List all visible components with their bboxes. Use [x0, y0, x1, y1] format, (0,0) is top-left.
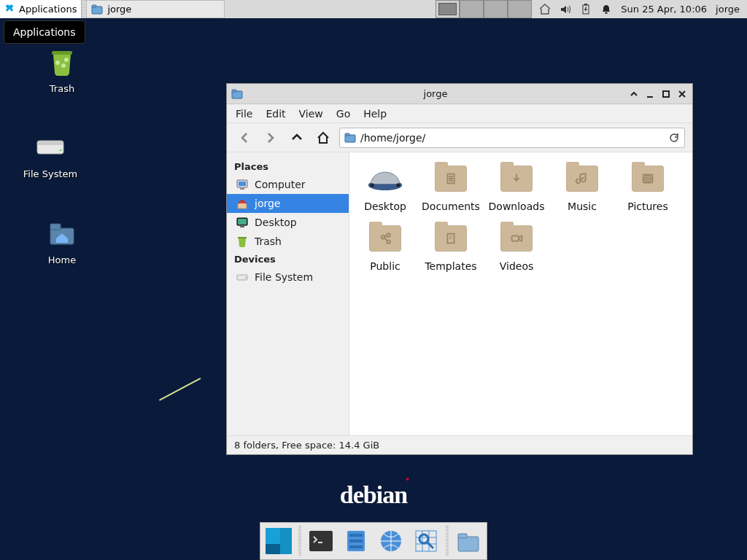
workspace-switcher[interactable] — [436, 0, 532, 18]
volume-icon[interactable] — [560, 4, 571, 15]
desktop-icon-trash[interactable]: Trash — [29, 44, 95, 94]
file-item-pictures[interactable]: Pictures — [615, 163, 681, 212]
svg-rect-9 — [37, 141, 63, 145]
svg-point-33 — [646, 177, 649, 180]
desktop-glyph — [367, 164, 403, 193]
svg-rect-4 — [52, 51, 72, 55]
dock-separator — [446, 526, 449, 556]
path-folder-icon — [344, 132, 356, 144]
svg-rect-45 — [349, 534, 363, 537]
trash-icon — [44, 44, 80, 79]
taskbar-window-button[interactable]: jorge — [86, 0, 225, 18]
sidebar: PlacesComputerjorgeDesktopTrashDevicesFi… — [227, 152, 349, 435]
file-label: Templates — [418, 260, 484, 272]
applications-menu-button[interactable]: Applications — [0, 0, 82, 18]
svg-rect-42 — [280, 528, 292, 554]
file-manager-window: jorge FileEditViewGoHelp /home/jorge/ Pl… — [226, 83, 693, 455]
svg-rect-39 — [512, 236, 519, 241]
drive-icon — [33, 129, 68, 164]
dock-terminal[interactable] — [306, 526, 336, 556]
file-item-public[interactable]: Public — [352, 222, 418, 272]
svg-rect-25 — [238, 237, 247, 238]
debian-logo: debian — [340, 481, 407, 509]
sidebar-item-jorge[interactable]: jorge — [227, 194, 349, 213]
file-item-documents[interactable]: Documents — [418, 163, 484, 212]
menu-file[interactable]: File — [236, 108, 252, 120]
home-button[interactable] — [313, 128, 333, 148]
desktop-icon-label: File System — [18, 168, 83, 179]
workspace-2[interactable] — [460, 0, 484, 18]
panel-left: Applications jorge — [0, 0, 225, 18]
maximize-button[interactable] — [660, 88, 672, 100]
xfce-logo-icon — [4, 4, 16, 15]
file-label: Videos — [484, 260, 549, 272]
workspace-4[interactable] — [508, 0, 532, 18]
dock-show-desktop[interactable] — [263, 526, 294, 556]
svg-point-5 — [55, 61, 60, 65]
sidebar-item-label: Computer — [255, 179, 306, 190]
folder-icon — [433, 222, 469, 254]
window-title: jorge — [247, 88, 624, 99]
file-label: Pictures — [615, 201, 681, 212]
dock-web-browser[interactable] — [376, 526, 406, 556]
sidebar-item-file-system[interactable]: File System — [227, 268, 349, 287]
sidebar-item-computer[interactable]: Computer — [227, 175, 349, 194]
user-label[interactable]: jorge — [716, 4, 740, 15]
file-label: Public — [352, 260, 418, 272]
back-button[interactable] — [234, 128, 255, 148]
clock[interactable]: Sun 25 Apr, 10:06 — [621, 4, 707, 15]
drive-icon — [236, 271, 249, 284]
applications-label: Applications — [19, 4, 77, 15]
up-button[interactable] — [287, 128, 307, 148]
folder-icon — [564, 163, 600, 195]
sidebar-item-trash[interactable]: Trash — [227, 232, 349, 251]
dock-home-folder[interactable] — [453, 526, 484, 556]
svg-rect-18 — [345, 133, 349, 136]
minimize-button[interactable] — [644, 88, 656, 100]
svg-point-10 — [60, 149, 62, 152]
folder-icon — [367, 222, 403, 254]
network-icon[interactable] — [539, 4, 551, 15]
address-bar[interactable]: /home/jorge/ — [339, 128, 685, 148]
desktop-icon-home[interactable]: Home — [29, 215, 95, 265]
shade-button[interactable] — [628, 88, 640, 100]
sidebar-item-label: Trash — [255, 236, 282, 247]
desktop-icon-label: Trash — [29, 83, 95, 94]
file-item-templates[interactable]: Templates — [418, 222, 484, 272]
file-item-downloads[interactable]: Downloads — [484, 163, 549, 212]
svg-rect-23 — [238, 219, 247, 225]
menu-view[interactable]: View — [299, 108, 323, 120]
address-path: /home/jorge/ — [360, 132, 664, 144]
svg-point-30 — [396, 183, 400, 187]
folder-icon — [91, 4, 103, 15]
file-grid[interactable]: DesktopDocumentsDownloadsMusicPicturesPu… — [349, 152, 692, 435]
workspace-3[interactable] — [484, 0, 508, 18]
desktop-icon — [367, 163, 403, 195]
menu-help[interactable]: Help — [363, 108, 387, 120]
folder-icon — [433, 163, 469, 195]
folder-icon — [498, 222, 535, 254]
svg-point-7 — [64, 58, 69, 62]
home-icon — [236, 197, 249, 210]
battery-icon[interactable] — [580, 4, 592, 15]
dock-file-manager[interactable] — [341, 526, 371, 556]
file-item-music[interactable]: Music — [549, 163, 615, 212]
svg-rect-46 — [349, 540, 363, 542]
workspace-1[interactable] — [436, 0, 460, 18]
folder-icon — [498, 163, 535, 195]
notification-bell-icon[interactable] — [600, 4, 612, 15]
file-item-videos[interactable]: Videos — [484, 222, 549, 272]
menu-go[interactable]: Go — [336, 108, 350, 120]
dock-app-finder[interactable] — [411, 526, 441, 556]
svg-rect-41 — [266, 544, 280, 554]
file-item-desktop[interactable]: Desktop — [352, 163, 418, 212]
titlebar-folder-icon — [231, 88, 243, 100]
titlebar[interactable]: jorge — [227, 84, 692, 104]
panel-right: Sun 25 Apr, 10:06 jorge — [532, 0, 747, 18]
desktop-icon-drive[interactable]: File System — [18, 129, 83, 179]
sidebar-item-desktop[interactable]: Desktop — [227, 213, 349, 232]
forward-button[interactable] — [260, 128, 281, 148]
close-button[interactable] — [676, 88, 688, 100]
menu-edit[interactable]: Edit — [266, 108, 285, 120]
reload-icon[interactable] — [668, 132, 680, 144]
